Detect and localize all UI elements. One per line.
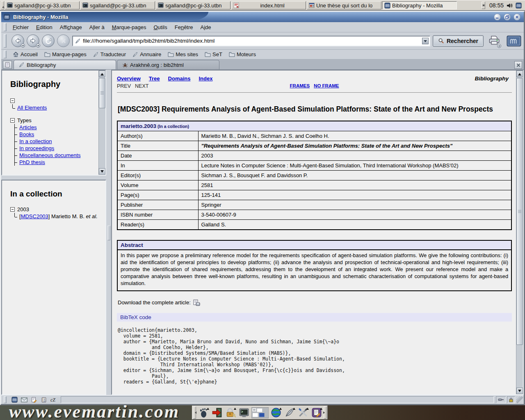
url-bar[interactable]: file:///home/sgalland/tmp/bib2html/bib2h… — [72, 36, 430, 46]
tab-list-button[interactable] — [3, 61, 12, 69]
close-tab-button[interactable] — [514, 61, 522, 69]
url-text[interactable]: file:///home/sgalland/tmp/bib2html/bib2h… — [83, 38, 420, 44]
sidebar-link-all-elements[interactable]: All Elements — [17, 105, 47, 111]
menu-affichage[interactable]: Affichage — [56, 23, 86, 32]
close-button[interactable] — [514, 14, 520, 21]
offline-indicator[interactable] — [496, 396, 506, 403]
chatzilla-component-button[interactable]: cZ — [49, 396, 59, 404]
scrollbar-track[interactable] — [99, 77, 105, 168]
statusbar-grippy[interactable] — [4, 396, 7, 403]
url-history-dropdown[interactable] — [422, 38, 429, 44]
url-bookmark-icon[interactable] — [75, 38, 81, 44]
bookmark-accueil[interactable]: Accueil — [10, 50, 41, 58]
mozilla-logo[interactable] — [507, 35, 521, 47]
tree-connector — [12, 124, 18, 131]
back-button[interactable] — [11, 34, 24, 47]
scrollbar-thumb[interactable] — [99, 78, 105, 108]
frames-link[interactable]: FRAMES — [290, 83, 310, 88]
panel-hide-left[interactable] — [193, 406, 196, 419]
sidebar-link-books[interactable]: Books — [19, 131, 34, 137]
forward-dropdown[interactable] — [36, 43, 40, 48]
doc-link-overview[interactable]: Overview — [117, 75, 141, 82]
sidebar-splitter[interactable] — [106, 70, 111, 395]
menu-edition[interactable]: Edition — [32, 23, 56, 32]
sidebar-link-in-a-collection[interactable]: In a collection — [19, 138, 52, 144]
taskbar-hide-handle[interactable] — [1, 1, 4, 9]
bookmark-set[interactable]: SeT — [202, 50, 225, 58]
sidebar-link-articles[interactable]: Articles — [19, 124, 37, 130]
lock-screen-launcher[interactable] — [224, 406, 237, 419]
menu-aller[interactable]: Aller à — [86, 23, 108, 32]
addressbook-component-button[interactable] — [39, 396, 49, 404]
navbar-grippy[interactable] — [4, 34, 7, 48]
panel-hide-right[interactable] — [324, 406, 326, 419]
collapse-toggle-year[interactable] — [10, 207, 15, 212]
sidebar-link-phd-thesis[interactable]: PhD thesis — [19, 159, 45, 165]
gnome-menu-launcher[interactable] — [196, 406, 210, 419]
menu-aide[interactable]: Aide — [197, 23, 215, 32]
forward-button[interactable] — [27, 34, 39, 47]
globe-launcher[interactable] — [269, 406, 283, 419]
seclock-indicator[interactable] — [507, 396, 515, 403]
navigator-component-button[interactable] — [9, 396, 19, 404]
pager-launcher[interactable] — [251, 406, 269, 419]
main-scroll-down[interactable] — [516, 388, 523, 394]
composer-component-button[interactable] — [29, 396, 39, 404]
logout-launcher[interactable] — [210, 406, 224, 419]
stop-button[interactable] — [57, 34, 70, 47]
doc-link-index[interactable]: Index — [199, 75, 212, 82]
sidebar-entry-link[interactable]: MDSC2003 — [21, 213, 48, 219]
bookmark-traducteur[interactable]: Traducteur — [90, 50, 129, 58]
download-article-icon[interactable] — [193, 299, 200, 306]
menubar-grippy[interactable] — [4, 23, 7, 31]
noframe-link[interactable]: NO FRAME — [314, 83, 339, 88]
bookmark-annuaire[interactable]: Annuaire — [130, 50, 164, 58]
sidebar-bottom-inner: In a collection 2003 [MDSC2003] Marietto… — [2, 180, 105, 220]
titlebar[interactable]: Bibliography - Mozilla — [1, 12, 524, 22]
taskbar-button-bibliography-mozilla[interactable]: Bibliography - Mozilla — [382, 1, 457, 9]
collapse-toggle[interactable] — [10, 98, 15, 103]
back-dropdown[interactable] — [21, 43, 25, 48]
tray-mozilla-icon[interactable] — [516, 2, 522, 9]
bookmarks-grippy[interactable] — [4, 50, 7, 58]
scroll-up-button[interactable] — [99, 71, 105, 77]
main-scrollbar-track[interactable] — [516, 77, 523, 388]
bookmark-marque-pages[interactable]: Marque-pages — [41, 50, 89, 58]
reload-button[interactable] — [42, 34, 55, 47]
bookmark-mes-sites[interactable]: Mes sites — [165, 50, 201, 58]
doc-link-tree[interactable]: Tree — [149, 75, 160, 82]
doc-link-domains[interactable]: Domains — [168, 75, 191, 82]
taskbar-separator[interactable] — [482, 2, 485, 9]
taskbar-button-sgalland-pc-gi-33-utbn[interactable]: sgalland@pc-gi-33.utbn — [156, 1, 231, 9]
search-button[interactable]: Rechercher — [433, 35, 484, 47]
sidebar-frame-splitter[interactable] — [1, 176, 106, 180]
sidebar-link-miscellaneous-documents[interactable]: Miscellaneous documents — [19, 152, 81, 158]
bookmark-moteurs[interactable]: Moteurs — [226, 50, 259, 58]
sidebar-link-in-proceedings[interactable]: In proceedings — [19, 145, 54, 151]
menu-marque-pages[interactable]: Marque-pages — [108, 23, 150, 32]
feather-launcher[interactable] — [283, 406, 296, 419]
menu-fichier[interactable]: Fichier — [9, 23, 32, 32]
taskbar-button-sgalland-pc-gi-33-utbn[interactable]: sgalland@pc-gi-33.utbn — [5, 1, 80, 9]
resize-grip[interactable] — [516, 397, 523, 403]
main-scroll-up[interactable] — [516, 71, 523, 77]
taskbar-button-sgalland-pc-gi-33-utbn[interactable]: sgalland@pc-gi-33.utbn — [80, 1, 155, 9]
menu-outils[interactable]: Outils — [150, 23, 171, 32]
taskbar-button-index-html[interactable]: index.html — [231, 1, 306, 9]
taskbar-button-une-th-se-qui-sort-du-lo[interactable]: Une thèse qui sort du lo — [307, 1, 381, 9]
tab-arakhn-org-bib2html[interactable]: Arakhnê.org : bib2html — [117, 60, 219, 69]
scroll-down-button[interactable] — [99, 168, 105, 175]
notes-launcher[interactable] — [310, 406, 323, 419]
main-scrollbar-thumb[interactable] — [516, 78, 523, 345]
print-dropdown[interactable] — [497, 44, 501, 48]
collapse-toggle-types[interactable] — [10, 118, 15, 123]
tab-bibliography[interactable]: Bibliography — [14, 60, 116, 69]
print-button[interactable] — [488, 35, 500, 47]
mail-component-button[interactable] — [19, 396, 29, 404]
minimize-button[interactable] — [494, 14, 501, 21]
terminal-panel-launcher[interactable] — [237, 406, 251, 419]
maximize-button[interactable] — [504, 14, 511, 21]
menu-fen-tre[interactable]: Fenêtre — [171, 23, 197, 32]
speaker-icon[interactable] — [506, 2, 513, 9]
tools-launcher[interactable] — [296, 406, 310, 419]
